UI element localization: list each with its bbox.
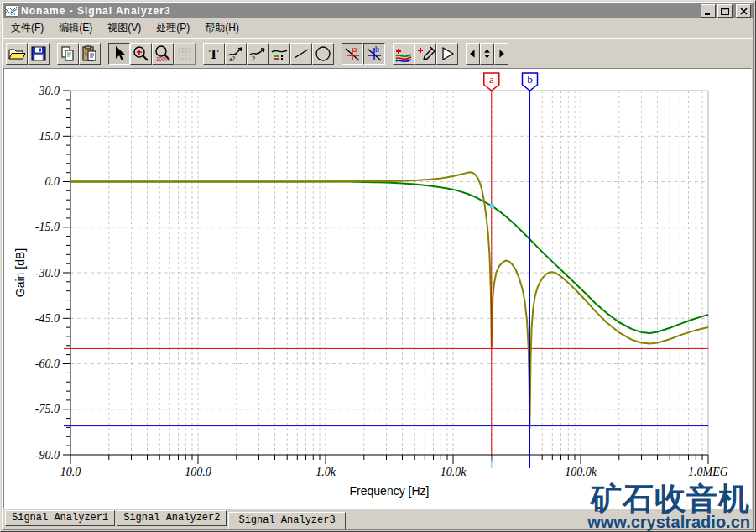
zoom-in-icon [132, 44, 150, 63]
svg-text:100.0: 100.0 [185, 466, 211, 478]
window-title: Noname - Signal Analyzer3 [21, 5, 699, 17]
cursor-intersection-marker [490, 204, 494, 208]
spinner-icon [481, 44, 493, 63]
svg-text:10.0k: 10.0k [441, 466, 467, 478]
curve-lowpass-response [70, 182, 708, 334]
toolbar-separator [196, 43, 203, 65]
select-arrow-icon [110, 44, 128, 63]
curve-notch-response [70, 172, 708, 428]
svg-text:1.0k: 1.0k [315, 466, 336, 478]
svg-text:-30.0: -30.0 [35, 267, 60, 279]
x-axis-title: Frequency [Hz] [350, 484, 430, 498]
cursor-b-button[interactable]: b [363, 43, 385, 65]
minimize-button[interactable] [701, 4, 716, 18]
toolbar-separator [458, 43, 466, 65]
signal-analyzer-window: Noname - Signal Analyzer3 文件(F)编辑(E)视图(V… [0, 0, 756, 532]
toolbar-separator [101, 43, 108, 65]
play-button[interactable] [436, 43, 458, 65]
svg-text:b: b [527, 73, 533, 86]
svg-text:-60.0: -60.0 [35, 357, 60, 370]
probe-button[interactable] [414, 43, 436, 65]
bode-plot: 30.015.00.0-15.0-30.0-45.0-60.0-75.0-90.… [4, 69, 752, 509]
menu-item-1[interactable]: 编辑(E) [51, 20, 100, 35]
menu-item-4[interactable]: 帮助(H) [197, 20, 247, 35]
select-button[interactable] [108, 43, 130, 65]
zoom-100-button[interactable]: 100% [152, 43, 174, 65]
svg-text:100.0k: 100.0k [565, 466, 597, 478]
nav-left-icon [467, 44, 479, 63]
curve-question-icon: ? [248, 44, 267, 63]
copy-button[interactable] [57, 43, 79, 65]
menu-bar: 文件(F)编辑(E)视图(V)处理(P)帮助(H) [3, 18, 753, 37]
grid-button [174, 43, 196, 65]
close-button[interactable] [736, 4, 751, 18]
tab-signal-analyzer-1[interactable]: Signal Analyzer1 [5, 510, 115, 526]
cursor-b-icon: b [365, 44, 383, 63]
tab-bar: Signal Analyzer1Signal Analyzer2Signal A… [3, 509, 753, 529]
text-tool-button[interactable]: T [203, 43, 225, 65]
save-icon [29, 44, 48, 63]
line-tool-icon [292, 44, 310, 63]
add-curves-icon [394, 44, 413, 63]
ellipse-tool-button[interactable] [312, 43, 334, 65]
svg-text:T: T [209, 46, 219, 62]
nav-right-button[interactable] [494, 43, 508, 65]
copy-icon [59, 44, 77, 63]
annotate-curve-1-button[interactable]: a? [225, 43, 247, 65]
probe-icon [416, 44, 435, 63]
text-tool-icon: T [205, 44, 223, 63]
toolbar-separator [385, 43, 393, 65]
add-curves-button[interactable] [393, 43, 414, 65]
svg-text:b: b [375, 44, 379, 54]
zoom-100-icon: 100% [154, 44, 172, 63]
svg-text:15.0: 15.0 [39, 130, 60, 143]
menu-item-0[interactable]: 文件(F) [3, 20, 51, 35]
cursor-a-icon: a [343, 44, 362, 63]
svg-text:-15.0: -15.0 [35, 221, 60, 233]
svg-text:?: ? [252, 55, 255, 63]
y-axis-title: Gain [dB] [13, 248, 27, 297]
svg-text:a?: a? [229, 55, 236, 63]
open-folder-icon [8, 44, 26, 63]
svg-text:30.0: 30.0 [39, 85, 60, 97]
plot-panel: 30.015.00.0-15.0-30.0-45.0-60.0-75.0-90.… [3, 68, 752, 509]
save-button[interactable] [28, 43, 50, 65]
curve-legend-icon [270, 44, 289, 63]
title-bar[interactable]: Noname - Signal Analyzer3 [3, 3, 753, 18]
svg-text:0.0: 0.0 [45, 175, 60, 188]
svg-text:10.0: 10.0 [60, 466, 81, 478]
nav-left-button[interactable] [466, 43, 480, 65]
svg-text:a: a [353, 44, 357, 54]
line-tool-button[interactable] [290, 43, 312, 65]
curve-arrow-icon: a? [227, 44, 245, 63]
grid-dots-icon [175, 44, 194, 63]
ellipse-tool-icon [314, 44, 332, 63]
open-button[interactable] [6, 43, 28, 65]
toolbar-separator [50, 43, 57, 65]
tab-signal-analyzer-2[interactable]: Signal Analyzer2 [117, 510, 227, 526]
svg-text:100%: 100% [156, 56, 170, 62]
svg-text:-45.0: -45.0 [35, 312, 60, 325]
spinner-button[interactable] [480, 43, 494, 65]
y-axis: 30.015.00.0-15.0-30.0-45.0-60.0-75.0-90.… [35, 85, 70, 462]
toolbar: 100%Ta??ab [3, 38, 753, 68]
zoom-in-button[interactable] [130, 43, 152, 65]
paste-button[interactable] [79, 43, 101, 65]
menu-item-3[interactable]: 处理(P) [149, 20, 197, 35]
tab-signal-analyzer-3[interactable]: Signal Analyzer3 [228, 512, 345, 529]
curve-legend-button[interactable] [269, 43, 290, 65]
x-axis: 10.0100.01.0k10.0k100.0k1.0MEG [60, 455, 728, 478]
annotate-curve-2-button[interactable]: ? [247, 43, 269, 65]
play-icon [438, 44, 456, 63]
svg-text:-90.0: -90.0 [35, 449, 60, 462]
svg-text:-75.0: -75.0 [35, 403, 60, 415]
cursor-a-button[interactable]: a [342, 43, 363, 65]
paste-icon [81, 44, 99, 63]
maximize-button[interactable] [717, 4, 733, 18]
app-icon [5, 5, 18, 17]
menu-item-2[interactable]: 视图(V) [100, 20, 149, 35]
svg-text:1.0MEG: 1.0MEG [688, 466, 728, 478]
svg-text:a: a [489, 73, 494, 86]
toolbar-separator [334, 43, 342, 65]
nav-right-icon [495, 44, 508, 63]
